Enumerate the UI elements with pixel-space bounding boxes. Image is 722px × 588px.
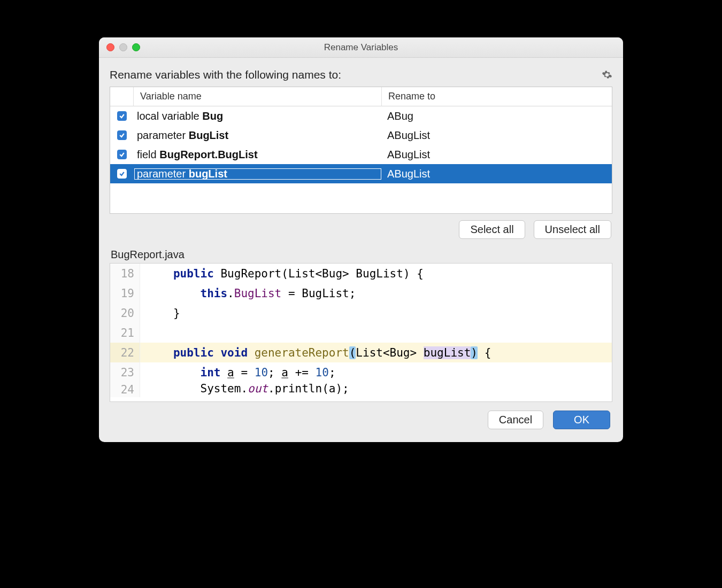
code-line: public BugReport(List<Bug> BugList) { <box>140 267 424 280</box>
code-preview: 18 public BugReport(List<Bug> BugList) {… <box>110 263 612 402</box>
variable-name-cell: parameter BugList <box>134 129 382 142</box>
ok-button[interactable]: OK <box>553 411 610 429</box>
table-row[interactable]: parameter BugListABugList <box>110 126 612 145</box>
rename-variables-dialog: Rename Variables Rename variables with t… <box>99 37 623 442</box>
gutter-line: 19 <box>110 283 140 303</box>
window-controls <box>106 43 140 51</box>
table-header: Variable name Rename to <box>110 87 612 106</box>
code-line: System.out.println(a); <box>140 382 349 395</box>
minimize-icon <box>119 43 127 51</box>
window-title: Rename Variables <box>324 42 398 53</box>
select-all-button[interactable]: Select all <box>459 220 525 239</box>
code-line: this.BugList = BugList; <box>140 287 356 300</box>
checkbox[interactable] <box>117 150 127 159</box>
close-icon[interactable] <box>106 43 114 51</box>
checkbox[interactable] <box>117 169 127 179</box>
code-line: public void generateReport(List<Bug> bug… <box>140 346 491 359</box>
rename-to-cell: ABug <box>382 110 612 122</box>
rename-to-cell: ABugList <box>382 168 612 180</box>
checkbox[interactable] <box>117 111 127 121</box>
variables-table: Variable name Rename to local variable B… <box>110 87 612 214</box>
checkbox[interactable] <box>117 130 127 140</box>
variable-name-cell: field BugReport.BugList <box>134 149 382 161</box>
gutter-line: 20 <box>110 303 140 323</box>
variable-name-cell: parameter bugList <box>134 168 382 180</box>
unselect-all-button[interactable]: Unselect all <box>534 220 611 239</box>
gutter-line: 24 <box>110 382 140 397</box>
rename-to-cell: ABugList <box>382 149 612 161</box>
gutter-line: 21 <box>110 323 140 343</box>
code-line <box>140 327 160 339</box>
col-variable-name: Variable name <box>134 87 382 106</box>
col-rename-to: Rename to <box>382 87 612 106</box>
titlebar: Rename Variables <box>99 37 623 58</box>
table-row[interactable]: local variable BugABug <box>110 106 612 126</box>
variable-name-cell: local variable Bug <box>134 110 382 122</box>
table-row[interactable]: field BugReport.BugListABugList <box>110 145 612 164</box>
file-name-label: BugReport.java <box>111 249 612 261</box>
cancel-button[interactable]: Cancel <box>488 411 543 429</box>
rename-to-cell: ABugList <box>382 129 612 142</box>
code-line: int a = 10; a += 10; <box>140 366 336 379</box>
code-line: } <box>140 307 180 320</box>
table-row[interactable]: parameter bugListABugList <box>110 164 612 183</box>
instruction-label: Rename variables with the following name… <box>110 68 602 81</box>
gutter-line: 22 <box>110 343 140 362</box>
gutter-line: 23 <box>110 362 140 382</box>
zoom-icon[interactable] <box>132 43 140 51</box>
gutter-line: 18 <box>110 264 140 283</box>
gear-icon[interactable] <box>602 69 612 80</box>
